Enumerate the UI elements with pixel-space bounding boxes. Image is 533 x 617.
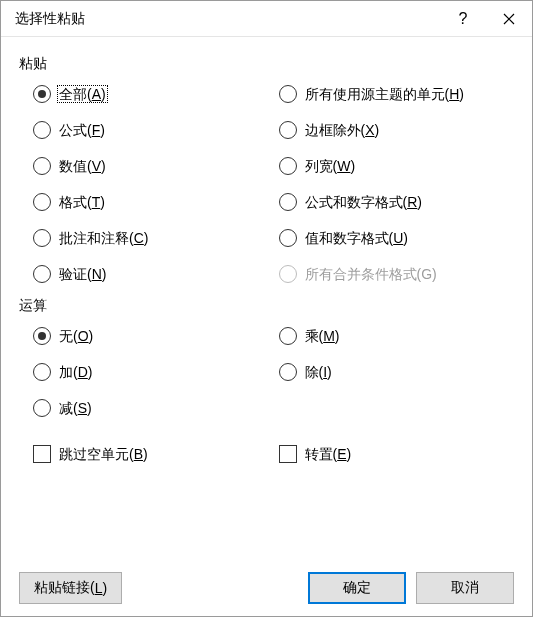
transpose-checkbox[interactable]: 转置(E): [279, 445, 515, 463]
op-multiply-radio[interactable]: 乘(M): [279, 325, 515, 347]
radio-icon: [33, 399, 51, 417]
radio-icon: [279, 193, 297, 211]
radio-label: 格式(T): [59, 195, 105, 209]
checkbox-icon: [279, 445, 297, 463]
radio-label: 加(D): [59, 365, 92, 379]
op-add-radio[interactable]: 加(D): [33, 361, 269, 383]
titlebar: 选择性粘贴 ?: [1, 1, 532, 37]
cancel-button[interactable]: 取消: [416, 572, 514, 604]
radio-icon: [33, 193, 51, 211]
radio-label: 边框除外(X): [305, 123, 380, 137]
radio-icon: [33, 265, 51, 283]
radio-icon: [279, 157, 297, 175]
radio-label: 值和数字格式(U): [305, 231, 408, 245]
radio-icon: [279, 229, 297, 247]
radio-icon: [33, 229, 51, 247]
paste-col-widths-radio[interactable]: 列宽(W): [279, 155, 515, 177]
radio-label: 数值(V): [59, 159, 106, 173]
checkbox-label: 跳过空单元(B): [59, 447, 148, 461]
paste-group: 粘贴 全部(A) 所有使用源主题的单元(H) 公式(F) 边框除外(X): [19, 51, 514, 285]
radio-icon: [33, 157, 51, 175]
dialog-body: 粘贴 全部(A) 所有使用源主题的单元(H) 公式(F) 边框除外(X): [1, 37, 532, 616]
paste-validation-radio[interactable]: 验证(N): [33, 263, 269, 285]
checkbox-row: 跳过空单元(B) 转置(E): [19, 445, 514, 463]
paste-values-radio[interactable]: 数值(V): [33, 155, 269, 177]
radio-icon: [279, 363, 297, 381]
operation-group-label: 运算: [19, 297, 514, 315]
close-icon: [503, 13, 515, 25]
paste-special-dialog: 选择性粘贴 ? 粘贴 全部(A) 所有使用源主题的单元(H) 公式(F): [0, 0, 533, 617]
paste-all-themed-radio[interactable]: 所有使用源主题的单元(H): [279, 83, 515, 105]
paste-comments-radio[interactable]: 批注和注释(C): [33, 227, 269, 249]
radio-icon: [279, 327, 297, 345]
dialog-title: 选择性粘贴: [15, 10, 440, 28]
op-subtract-radio[interactable]: 减(S): [33, 397, 269, 419]
paste-all-radio[interactable]: 全部(A): [33, 83, 269, 105]
radio-icon: [33, 121, 51, 139]
radio-label: 乘(M): [305, 329, 340, 343]
radio-icon: [33, 327, 51, 345]
skip-blanks-checkbox[interactable]: 跳过空单元(B): [33, 445, 269, 463]
paste-values-numfmt-radio[interactable]: 值和数字格式(U): [279, 227, 515, 249]
checkbox-icon: [33, 445, 51, 463]
checkbox-label: 转置(E): [305, 447, 352, 461]
paste-no-borders-radio[interactable]: 边框除外(X): [279, 119, 515, 141]
paste-options: 全部(A) 所有使用源主题的单元(H) 公式(F) 边框除外(X) 数值(V): [19, 83, 514, 285]
paste-all-merge-cond-radio: 所有合并条件格式(G): [279, 263, 515, 285]
operation-options: 无(O) 乘(M) 加(D) 除(I) 减(S): [19, 325, 514, 419]
ok-button[interactable]: 确定: [308, 572, 406, 604]
op-none-radio[interactable]: 无(O): [33, 325, 269, 347]
paste-formats-radio[interactable]: 格式(T): [33, 191, 269, 213]
help-button[interactable]: ?: [440, 1, 486, 37]
radio-label: 减(S): [59, 401, 92, 415]
radio-label: 除(I): [305, 365, 332, 379]
radio-label: 所有合并条件格式(G): [305, 267, 437, 281]
radio-icon: [279, 121, 297, 139]
radio-icon: [279, 85, 297, 103]
radio-label: 所有使用源主题的单元(H): [305, 87, 464, 101]
radio-label: 列宽(W): [305, 159, 356, 173]
radio-icon: [33, 363, 51, 381]
button-row: 粘贴链接(L) 确定 取消: [19, 572, 514, 604]
radio-label: 公式(F): [59, 123, 105, 137]
radio-label: 验证(N): [59, 267, 106, 281]
radio-icon: [33, 85, 51, 103]
paste-link-button[interactable]: 粘贴链接(L): [19, 572, 122, 604]
paste-formulas-numfmt-radio[interactable]: 公式和数字格式(R): [279, 191, 515, 213]
radio-label: 公式和数字格式(R): [305, 195, 422, 209]
radio-label: 无(O): [59, 329, 93, 343]
operation-group: 运算 无(O) 乘(M) 加(D) 除(I): [19, 293, 514, 419]
paste-formulas-radio[interactable]: 公式(F): [33, 119, 269, 141]
close-button[interactable]: [486, 1, 532, 37]
radio-icon: [279, 265, 297, 283]
op-divide-radio[interactable]: 除(I): [279, 361, 515, 383]
paste-group-label: 粘贴: [19, 55, 514, 73]
radio-label: 全部(A): [59, 87, 106, 101]
radio-label: 批注和注释(C): [59, 231, 148, 245]
